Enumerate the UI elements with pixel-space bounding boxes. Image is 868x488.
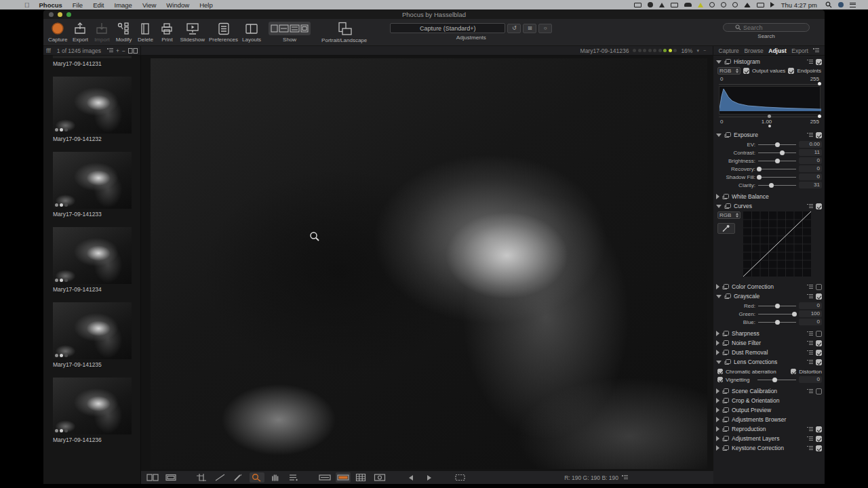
dark-circle-icon[interactable] xyxy=(648,2,653,7)
section-enable-checkbox[interactable] xyxy=(816,436,822,442)
disclosure-collapsed-icon[interactable] xyxy=(716,350,719,355)
panel-menu-icon[interactable] xyxy=(813,48,819,53)
reset-adjustments-button[interactable]: ↺ xyxy=(507,24,521,33)
rating-dot[interactable] xyxy=(633,49,636,52)
rating-dot[interactable] xyxy=(638,49,642,52)
disclosure-collapsed-icon[interactable] xyxy=(716,417,719,422)
slideshow-button[interactable]: Slideshow xyxy=(180,21,204,43)
section-enable-checkbox[interactable] xyxy=(816,340,822,346)
input-max-handle[interactable] xyxy=(818,82,821,85)
vignetting-checkbox[interactable] xyxy=(717,377,723,382)
pen-tool-icon[interactable] xyxy=(231,472,246,483)
rating-dots[interactable] xyxy=(633,49,677,52)
slider-value[interactable]: 0 xyxy=(799,165,822,172)
section-enable-checkbox[interactable] xyxy=(816,293,822,300)
section-header-exposure[interactable]: Exposure xyxy=(716,131,822,139)
disclosure-expanded-icon[interactable] xyxy=(716,134,722,137)
siri-icon[interactable] xyxy=(838,2,844,7)
menu-bar-clock[interactable]: Thu 4:27 pm xyxy=(781,1,817,9)
slider-value[interactable]: 0 xyxy=(799,174,822,180)
next-image-icon[interactable] xyxy=(422,472,437,483)
thumbnail-image[interactable] xyxy=(53,227,132,284)
tab-export[interactable]: Export xyxy=(791,47,808,54)
disclosure-collapsed-icon[interactable] xyxy=(716,284,719,289)
layouts-button[interactable]: Layouts xyxy=(242,21,261,43)
filmstrip-item[interactable]: Mary17-09-141233 xyxy=(53,152,131,218)
zoom-minus-icon[interactable]: − xyxy=(703,48,706,53)
display-icon[interactable] xyxy=(671,3,678,7)
file-format-label[interactable]: fff xyxy=(46,47,51,54)
disclosure-collapsed-icon[interactable] xyxy=(716,388,719,394)
filmstrip-item[interactable]: Mary17-09-141236 xyxy=(53,378,131,443)
filmstrip-menu-icon[interactable] xyxy=(107,48,113,53)
vignetting-slider-track[interactable] xyxy=(757,376,796,383)
print-button[interactable]: Print xyxy=(158,21,176,43)
output-max-handle[interactable] xyxy=(818,115,821,118)
section-menu-icon[interactable] xyxy=(807,204,813,209)
title-bar[interactable]: Phocus by Hasselblad xyxy=(43,9,825,19)
section-menu-icon[interactable] xyxy=(807,360,813,365)
eyedropper-button[interactable] xyxy=(717,223,735,234)
section-header-curves[interactable]: Curves xyxy=(716,202,822,210)
disclosure-expanded-icon[interactable] xyxy=(716,60,722,64)
search-field[interactable] xyxy=(723,23,810,32)
apply-adjustments-button[interactable]: ○ xyxy=(538,24,552,33)
capture-preset-dropdown[interactable]: Capture (Standard+) xyxy=(390,23,505,33)
section-header-scene-calibration[interactable]: Scene Calibration xyxy=(716,387,822,395)
crop-box-tool-icon[interactable] xyxy=(453,472,468,483)
apple-menu-icon[interactable]:  xyxy=(24,1,30,9)
section-header-lens-corrections[interactable]: Lens Corrections xyxy=(716,358,822,366)
section-header-white-balance[interactable]: White Balance xyxy=(716,192,822,201)
thumbnail-image[interactable] xyxy=(53,302,132,359)
filmstrip-tool-icon[interactable] xyxy=(317,472,332,483)
section-menu-icon[interactable] xyxy=(807,389,813,394)
section-menu-icon[interactable] xyxy=(807,285,813,289)
slider-track[interactable] xyxy=(758,165,796,172)
exposure-warning-tool-icon[interactable] xyxy=(336,472,351,483)
section-enable-checkbox[interactable] xyxy=(816,203,822,209)
slider-track[interactable] xyxy=(758,182,796,188)
chromatic-aberration-checkbox[interactable] xyxy=(717,369,723,374)
section-header-adjustments-browser[interactable]: Adjustments Browser xyxy=(716,415,822,424)
add-preset-button[interactable]: ⊞ xyxy=(523,24,536,33)
menu-item-phocus[interactable]: Phocus xyxy=(39,1,62,9)
section-header-grayscale[interactable]: Grayscale xyxy=(716,292,822,300)
slider-track[interactable] xyxy=(758,310,796,317)
section-header-reproduction[interactable]: Reproduction xyxy=(716,425,822,433)
search-input[interactable] xyxy=(743,24,797,31)
account-icon[interactable] xyxy=(709,2,715,7)
section-menu-icon[interactable] xyxy=(807,427,813,432)
slider-value[interactable]: 0.00 xyxy=(799,141,822,148)
section-header-noise-filter[interactable]: Noise Filter xyxy=(716,339,822,347)
endpoints-checkbox[interactable] xyxy=(788,68,794,74)
readout-menu-icon[interactable] xyxy=(622,475,628,480)
vignetting-slider-handle[interactable] xyxy=(772,378,777,382)
filmstrip-item[interactable]: Mary17-09-141234 xyxy=(53,227,131,293)
slider-track[interactable] xyxy=(758,174,796,180)
input-range-track[interactable] xyxy=(719,83,821,85)
capture-button[interactable]: Capture xyxy=(48,21,67,43)
zoom-in-thumbs-icon[interactable]: + xyxy=(116,47,119,54)
pan-tool-icon[interactable] xyxy=(268,472,283,483)
disclosure-collapsed-icon[interactable] xyxy=(716,445,719,451)
disclosure-collapsed-icon[interactable] xyxy=(716,426,719,432)
show-button-group[interactable]: Show xyxy=(269,21,311,43)
volume-icon[interactable] xyxy=(770,2,774,7)
disclosure-expanded-icon[interactable] xyxy=(716,205,722,208)
section-header-dust-removal[interactable]: Dust Removal xyxy=(716,348,822,357)
disclosure-collapsed-icon[interactable] xyxy=(716,398,719,403)
section-enable-checkbox[interactable] xyxy=(816,350,822,356)
zoom-level[interactable]: 16% xyxy=(681,47,692,54)
clock-icon[interactable] xyxy=(732,2,738,7)
menu-item-help[interactable]: Help xyxy=(199,1,213,9)
slider-track[interactable] xyxy=(758,319,796,325)
tab-capture[interactable]: Capture xyxy=(719,47,739,54)
grid-tool-icon[interactable] xyxy=(354,472,369,483)
rating-dot[interactable] xyxy=(653,49,656,52)
filmstrip-item[interactable]: Mary17-09-141235 xyxy=(53,302,131,368)
section-header-histogram[interactable]: Histogram xyxy=(716,58,822,66)
section-menu-icon[interactable] xyxy=(807,341,813,346)
section-enable-checkbox[interactable] xyxy=(816,331,822,337)
preferences-button[interactable]: Preferences xyxy=(209,21,238,43)
section-enable-checkbox[interactable] xyxy=(816,426,822,432)
